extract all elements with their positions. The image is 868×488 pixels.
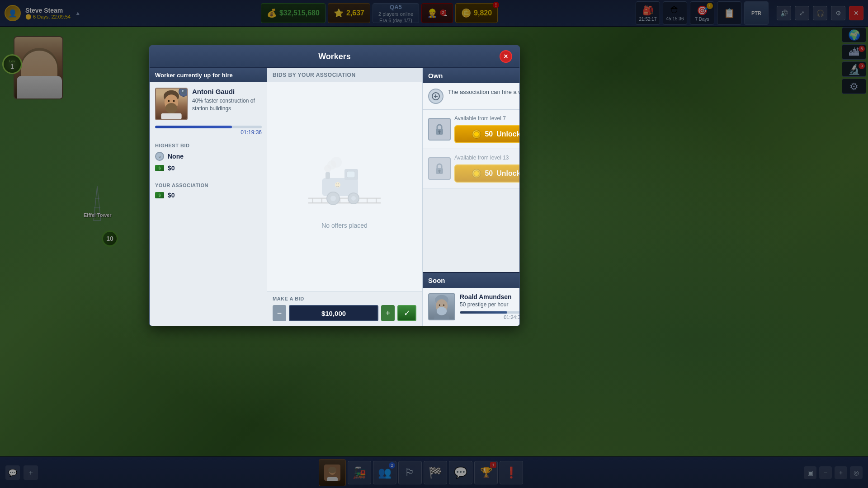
bids-content: No offers placed bbox=[267, 82, 422, 291]
coin-svg-13 bbox=[473, 170, 480, 177]
train-svg bbox=[308, 153, 381, 207]
bid-money-row: $ $0 bbox=[155, 164, 262, 172]
lock-icon-level13 bbox=[428, 157, 451, 180]
assoc-hire-text: The association can hire a worker. bbox=[448, 89, 520, 95]
svg-point-11 bbox=[182, 90, 184, 92]
highest-bid-label: HIGHEST BID bbox=[155, 143, 262, 148]
soon-timer-bar bbox=[460, 311, 520, 314]
make-bid-label: MAKE A BID bbox=[273, 296, 416, 301]
unlock-label-text-13: Unlock bbox=[496, 169, 520, 178]
assoc-money-row: $ $0 bbox=[155, 192, 262, 199]
bid-minus-button[interactable]: − bbox=[273, 305, 286, 321]
unlock-coin-icon bbox=[472, 130, 481, 139]
bid-plus-button[interactable]: + bbox=[381, 305, 395, 321]
modal-overlay: Workers × Worker currently up for hire bbox=[0, 0, 868, 488]
soon-worker-name: Roald Amundsen bbox=[460, 293, 520, 300]
no-bids-text: No offers placed bbox=[321, 222, 368, 229]
locked-level13-info: Available from level 13 50 Unlock bbox=[454, 155, 520, 183]
unlock-button-level7[interactable]: 50 Unlock bbox=[454, 125, 520, 143]
svg-rect-29 bbox=[347, 171, 355, 178]
bids-header: BIDS BY YOUR ASSOCIATION bbox=[267, 68, 422, 82]
lock-icon-level7 bbox=[428, 118, 451, 141]
bid-confirm-button[interactable]: ✓ bbox=[397, 305, 416, 321]
unlock-button-level13[interactable]: 50 Unlock bbox=[454, 164, 520, 183]
svg-point-8 bbox=[173, 100, 175, 102]
assoc-hire-icon bbox=[428, 89, 443, 104]
worker-timer-bar bbox=[155, 126, 262, 128]
worker-timer-fill bbox=[155, 126, 232, 128]
modal-title: Workers bbox=[170, 52, 500, 61]
workers-modal: Workers × Worker currently up for hire bbox=[149, 45, 520, 326]
svg-point-28 bbox=[351, 196, 356, 201]
soon-header: Soon bbox=[423, 272, 520, 288]
lock-svg-7 bbox=[434, 123, 444, 135]
coin-svg bbox=[473, 131, 480, 137]
amundsen-portrait-svg bbox=[429, 293, 454, 320]
modal-close-button[interactable]: × bbox=[500, 50, 512, 63]
own-section: Own The association can hire a worker. bbox=[422, 68, 520, 326]
unlock-coin-icon-13 bbox=[472, 169, 481, 178]
bid-money-icon: $ bbox=[155, 165, 164, 171]
bid-money-value: $0 bbox=[168, 164, 175, 172]
worker-timer-container: 01:19:36 bbox=[150, 126, 267, 137]
worker-portrait bbox=[155, 88, 188, 120]
own-item-assoc: The association can hire a worker. bbox=[423, 83, 520, 110]
assoc-money-icon: $ bbox=[155, 192, 164, 198]
soon-portrait bbox=[428, 293, 455, 320]
highest-bid-row: ○ None bbox=[155, 152, 262, 161]
lock-svg-13 bbox=[434, 163, 444, 174]
svg-point-50 bbox=[439, 305, 440, 306]
svg-point-32 bbox=[331, 157, 342, 168]
worker-hire-section: Worker currently up for hire bbox=[150, 68, 267, 326]
worker-name: Antoni Gaudi bbox=[192, 88, 262, 95]
your-assoc-label: YOUR ASSOCIATION bbox=[155, 183, 262, 188]
soon-item: Roald Amundsen 50 prestige per hour 01:2… bbox=[423, 288, 520, 326]
own-scroll[interactable]: The association can hire a worker. bbox=[423, 83, 520, 272]
svg-point-42 bbox=[474, 131, 479, 137]
svg-point-44 bbox=[439, 170, 441, 172]
svg-point-26 bbox=[330, 196, 336, 201]
worker-hire-header: Worker currently up for hire bbox=[150, 68, 267, 82]
svg-rect-24 bbox=[326, 172, 330, 179]
worker-info: Antoni Gaudi 40% faster construction of … bbox=[192, 88, 262, 120]
plus-circle-icon bbox=[432, 92, 440, 100]
own-locked-level7: Available from level 7 50 Unlock bbox=[423, 110, 520, 149]
level13-label: Available from level 13 bbox=[454, 155, 520, 161]
svg-point-7 bbox=[168, 100, 170, 102]
svg-point-35 bbox=[338, 183, 339, 184]
svg-point-49 bbox=[437, 307, 447, 315]
modal-header: Workers × bbox=[150, 46, 519, 68]
locked-level13-container: Available from level 13 50 Unlock bbox=[428, 155, 520, 183]
worker-skill: 40% faster construction of station build… bbox=[192, 97, 262, 113]
bid-input-row: − + ✓ bbox=[273, 305, 416, 321]
worker-timer-text: 01:19:36 bbox=[155, 129, 262, 136]
bid-section: HIGHEST BID ○ None $ $0 YOUR ASSOCIATION… bbox=[150, 137, 267, 204]
no-bids-illustration bbox=[308, 144, 381, 216]
bid-none-value: None bbox=[168, 153, 184, 160]
svg-point-46 bbox=[474, 171, 479, 176]
soon-worker-skill: 50 prestige per hour bbox=[460, 301, 520, 308]
unlock-cost-text: 50 bbox=[485, 130, 493, 138]
locked-level7-container: Available from level 7 50 Unlock bbox=[428, 115, 520, 143]
bid-none-icon: ○ bbox=[155, 152, 164, 161]
own-locked-level13: Available from level 13 50 Unlock bbox=[423, 149, 520, 188]
worker-card: Antoni Gaudi 40% faster construction of … bbox=[150, 82, 267, 126]
locked-level7-info: Available from level 7 50 Unlock bbox=[454, 115, 520, 143]
modal-body: Worker currently up for hire bbox=[150, 68, 519, 326]
svg-point-51 bbox=[443, 305, 444, 306]
worker-hat-icon bbox=[179, 88, 188, 97]
unlock-cost-text-13: 50 bbox=[485, 169, 493, 178]
svg-point-6 bbox=[165, 103, 177, 113]
bids-section: BIDS BY YOUR ASSOCIATION bbox=[267, 68, 422, 326]
own-header: Own bbox=[423, 68, 520, 83]
soon-timer-fill bbox=[460, 311, 507, 314]
svg-rect-9 bbox=[161, 113, 181, 119]
soon-timer-text: 01:24:36 bbox=[460, 314, 520, 320]
svg-point-40 bbox=[439, 131, 441, 133]
svg-rect-52 bbox=[434, 316, 449, 320]
make-bid-section: MAKE A BID − + ✓ bbox=[267, 291, 422, 326]
svg-point-34 bbox=[336, 183, 337, 184]
level7-label: Available from level 7 bbox=[454, 115, 520, 122]
bid-amount-input[interactable] bbox=[289, 305, 378, 321]
assoc-money-value: $0 bbox=[168, 192, 175, 199]
